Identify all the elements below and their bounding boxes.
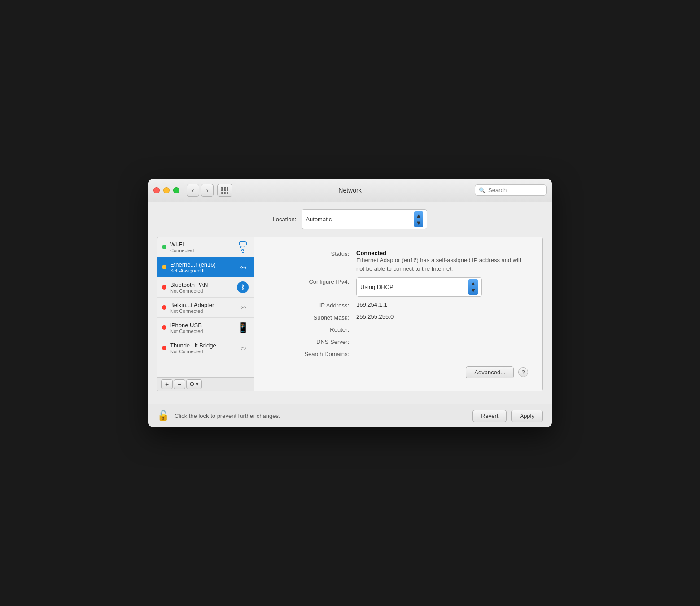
iphone-icon: 📱	[236, 321, 249, 334]
titlebar: ‹ › Network 🔍	[148, 179, 552, 202]
status-value: Connected	[356, 250, 528, 256]
lock-text: Click the lock to prevent further change…	[175, 413, 280, 419]
sidebar: Wi-Fi Connected	[158, 237, 254, 391]
sidebar-item-belkin[interactable]: Belkin...t Adapter Not Connected ‹··›	[158, 298, 254, 318]
configure-arrows-icon: ▲▼	[468, 279, 478, 295]
traffic-lights	[153, 187, 179, 193]
minimize-button[interactable]	[163, 187, 170, 193]
detail-panel: Status: Connected Ethernet Adaptor (en16…	[254, 237, 542, 391]
sidebar-list: Wi-Fi Connected	[158, 237, 254, 377]
bluetooth-icon: ᛒ	[236, 281, 249, 294]
router-label: Router:	[268, 325, 349, 333]
thunderbolt-status-dot	[162, 346, 166, 350]
detail-bottom-actions: Advanced... ?	[268, 366, 528, 378]
location-arrows-icon: ▲▼	[414, 211, 424, 227]
search-input[interactable]	[488, 187, 542, 193]
close-button[interactable]	[153, 187, 160, 193]
lock-icon[interactable]: 🔓	[157, 410, 169, 422]
ethernet-item-name: Etherne...r (en16)	[170, 261, 233, 268]
forward-button[interactable]: ›	[201, 184, 214, 197]
detail-grid: Status: Connected Ethernet Adaptor (en16…	[268, 250, 528, 357]
nav-buttons: ‹ ›	[187, 184, 232, 197]
ip-value: 169.254.1.1	[356, 301, 528, 308]
ethernet-icon: ‹··›	[236, 261, 249, 273]
search-icon: 🔍	[479, 187, 486, 193]
configure-select[interactable]: Using DHCP ▲▼	[356, 277, 482, 297]
grid-button[interactable]	[217, 184, 232, 197]
iphone-item-status: Not Connected	[170, 329, 233, 334]
back-button[interactable]: ‹	[187, 184, 199, 197]
wifi-item-status: Connected	[170, 248, 233, 253]
help-button[interactable]: ?	[518, 367, 528, 377]
thunderbolt-icon: ‹··›	[236, 342, 249, 354]
status-desc: Ethernet Adaptor (en16) has a self-assig…	[356, 256, 528, 272]
sidebar-toolbar: + − ⚙ ▾	[158, 377, 254, 391]
bluetooth-circle-icon: ᛒ	[237, 281, 249, 293]
bottom-bar: 🔓 Click the lock to prevent further chan…	[148, 404, 552, 427]
search-box[interactable]: 🔍	[475, 184, 547, 196]
location-bar: Location: Automatic ▲▼	[157, 209, 543, 229]
advanced-button[interactable]: Advanced...	[466, 366, 514, 378]
content-area: Location: Automatic ▲▼ Wi-Fi Conne	[148, 202, 552, 399]
sidebar-item-iphone[interactable]: iPhone USB Not Connected 📱	[158, 318, 254, 338]
sidebar-item-wifi[interactable]: Wi-Fi Connected	[158, 237, 254, 257]
status-label: Status:	[268, 250, 349, 257]
gear-icon: ⚙	[189, 381, 195, 387]
gear-button[interactable]: ⚙ ▾	[186, 379, 202, 389]
ethernet-status-dot	[162, 265, 166, 269]
grid-icon	[221, 187, 228, 194]
subnet-label: Subnet Mask:	[268, 313, 349, 321]
dns-label: DNS Server:	[268, 338, 349, 345]
ip-label: IP Address:	[268, 301, 349, 309]
network-window: ‹ › Network 🔍 Location: Automatic ▲▼	[148, 179, 552, 427]
revert-button[interactable]: Revert	[472, 410, 507, 422]
thunderbolt-item-status: Not Connected	[170, 349, 233, 354]
configure-label: Configure IPv4:	[268, 277, 349, 285]
location-value: Automatic	[306, 216, 332, 223]
iphone-status-dot	[162, 325, 166, 330]
bluetooth-item-name: Bluetooth PAN	[170, 281, 233, 288]
configure-value: Using DHCP	[360, 284, 394, 290]
main-area: Wi-Fi Connected	[157, 237, 543, 391]
location-select[interactable]: Automatic ▲▼	[302, 209, 427, 229]
thunderbolt-item-name: Thunde...lt Bridge	[170, 342, 233, 349]
location-label: Location:	[273, 216, 297, 223]
subnet-value: 255.255.255.0	[356, 313, 528, 320]
sidebar-item-ethernet[interactable]: Etherne...r (en16) Self-Assigned IP ‹··›	[158, 257, 254, 277]
wifi-item-name: Wi-Fi	[170, 241, 233, 248]
sidebar-item-thunderbolt[interactable]: Thunde...lt Bridge Not Connected ‹··›	[158, 338, 254, 358]
remove-button[interactable]: −	[174, 379, 185, 389]
domains-label: Search Domains:	[268, 350, 349, 357]
bluetooth-status-dot	[162, 285, 166, 290]
iphone-item-name: iPhone USB	[170, 322, 233, 329]
bluetooth-item-status: Not Connected	[170, 288, 233, 294]
bottom-buttons: Revert Apply	[472, 410, 543, 422]
belkin-item-status: Not Connected	[170, 308, 233, 314]
ethernet-item-status: Self-Assigned IP	[170, 268, 233, 273]
apply-button[interactable]: Apply	[511, 410, 543, 422]
belkin-item-name: Belkin...t Adapter	[170, 302, 233, 308]
belkin-icon: ‹··›	[236, 301, 249, 314]
belkin-status-dot	[162, 305, 166, 310]
maximize-button[interactable]	[173, 187, 179, 193]
gear-arrow-icon: ▾	[196, 381, 199, 387]
wifi-icon	[236, 241, 249, 253]
add-button[interactable]: +	[161, 379, 173, 389]
window-title: Network	[338, 187, 361, 194]
wifi-status-dot	[162, 245, 166, 249]
sidebar-item-bluetooth[interactable]: Bluetooth PAN Not Connected ᛒ	[158, 277, 254, 298]
